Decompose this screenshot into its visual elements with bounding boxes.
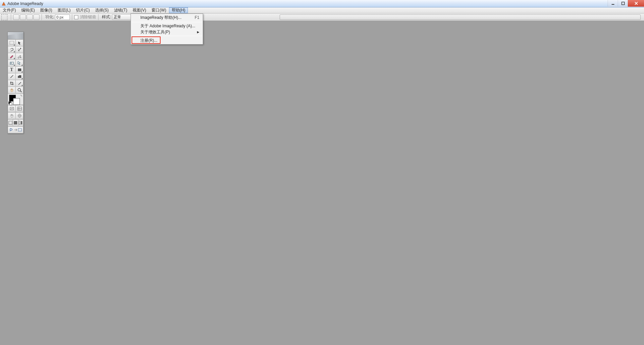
separator	[98, 14, 99, 20]
menu-image[interactable]: 图像(I)	[37, 7, 55, 13]
menu-item-register[interactable]: 注册(R)...	[131, 37, 203, 44]
window-title: Adobe ImageReady	[7, 1, 43, 6]
default-colors-icon[interactable]	[8, 102, 11, 104]
menu-slice[interactable]: 切片(C)	[73, 7, 92, 13]
move-tool[interactable]	[16, 39, 23, 46]
submenu-arrow-icon: ▶	[197, 30, 199, 34]
feather-label: 羽化:	[45, 14, 54, 20]
svg-rect-19	[21, 121, 22, 124]
toggle-image-map-icon[interactable]	[8, 105, 16, 112]
antialias-label: 消除锯齿	[80, 14, 96, 20]
view-2up-icon[interactable]	[18, 119, 23, 126]
menu-separator	[132, 36, 202, 36]
tab-rectangle-tool[interactable]	[16, 73, 23, 80]
menu-item-label: ImageReady 帮助(H)...	[140, 15, 181, 21]
selection-add-icon[interactable]	[20, 15, 26, 20]
separator	[72, 14, 72, 20]
svg-rect-20	[18, 128, 22, 131]
crop-tool[interactable]	[8, 80, 16, 87]
slice-tool[interactable]	[8, 53, 16, 60]
svg-rect-2	[10, 41, 14, 45]
svg-rect-5	[18, 68, 21, 71]
preview-rollover-icon[interactable]	[8, 112, 16, 119]
view-optimized-icon[interactable]	[13, 119, 18, 126]
menu-separator	[132, 22, 202, 22]
svg-rect-17	[14, 121, 17, 124]
toggle-slices-icon[interactable]	[16, 105, 23, 112]
workspace	[0, 21, 644, 345]
image-map-tool[interactable]	[8, 60, 16, 66]
image-map-select-tool[interactable]	[16, 60, 23, 66]
lasso-tool[interactable]	[8, 46, 16, 53]
menu-file[interactable]: 文件(F)	[0, 7, 19, 13]
svg-rect-1	[622, 2, 624, 5]
menu-select[interactable]: 选择(S)	[92, 7, 111, 13]
preview-browser-icon[interactable]	[16, 112, 23, 119]
menu-item-imageready-help[interactable]: ImageReady 帮助(H)... F1	[131, 14, 203, 21]
help-dropdown-menu: ImageReady 帮助(H)... F1 关于 Adobe ImageRea…	[131, 13, 203, 45]
options-well	[280, 15, 641, 20]
palette-header[interactable]	[8, 32, 23, 39]
svg-line-8	[20, 91, 22, 92]
menu-item-label: 关于增效工具(P)	[140, 29, 170, 35]
swap-colors-icon[interactable]: ⤡	[20, 94, 23, 97]
zoom-tool[interactable]	[16, 87, 23, 93]
selection-new-icon[interactable]	[13, 15, 19, 20]
menu-filter[interactable]: 滤镜(T)	[111, 7, 130, 13]
style-label: 样式:	[102, 14, 111, 20]
eyedropper-tool[interactable]	[16, 80, 23, 87]
antialias-checkbox[interactable]	[74, 15, 78, 19]
menu-item-label: 关于 Adobe ImageReady (A)...	[140, 23, 195, 29]
menu-item-about-imageready[interactable]: 关于 Adobe ImageReady (A)...	[131, 23, 203, 29]
svg-rect-16	[9, 121, 12, 124]
shape-tool[interactable]	[16, 66, 23, 73]
menu-window[interactable]: 窗口(W)	[149, 7, 169, 13]
menu-help[interactable]: 帮助(H)	[169, 7, 188, 13]
selection-intersect-icon[interactable]	[33, 15, 39, 20]
options-bar: 羽化: 0 px 消除锯齿 样式: 正常 ▼ 宽度: 1	[0, 13, 644, 21]
menu-item-about-plugins[interactable]: 关于增效工具(P) ▶	[131, 29, 203, 35]
svg-rect-0	[612, 4, 614, 5]
minimize-button[interactable]	[608, 0, 618, 7]
maximize-button[interactable]	[618, 0, 628, 7]
selection-subtract-icon[interactable]	[27, 15, 33, 20]
line-tool[interactable]	[8, 73, 16, 80]
type-tool[interactable]: T	[8, 66, 16, 73]
svg-point-7	[18, 88, 21, 91]
menu-item-shortcut: F1	[195, 15, 199, 20]
color-swatches[interactable]: ⤡	[8, 93, 23, 105]
svg-rect-18	[19, 121, 20, 124]
titlebar: Adobe ImageReady	[0, 0, 644, 7]
style-value: 正常	[114, 15, 121, 20]
slice-select-tool[interactable]	[16, 53, 23, 60]
menu-edit[interactable]: 编辑(E)	[19, 7, 37, 13]
close-button[interactable]	[628, 0, 644, 7]
menu-view[interactable]: 视图(V)	[130, 7, 149, 13]
magic-wand-tool[interactable]	[16, 46, 23, 53]
menu-layer[interactable]: 图层(L)	[55, 7, 74, 13]
app-icon	[1, 1, 6, 6]
window-controls	[608, 0, 644, 7]
menu-item-label: 注册(R)...	[140, 38, 158, 44]
hand-tool[interactable]	[8, 87, 16, 93]
separator	[11, 14, 11, 20]
separator	[41, 14, 42, 20]
svg-point-4	[10, 63, 11, 64]
view-original-icon[interactable]	[8, 119, 13, 126]
background-color[interactable]	[13, 98, 20, 105]
tool-palette[interactable]: T ⤡	[7, 32, 24, 134]
menubar: 文件(F) 编辑(E) 图像(I) 图层(L) 切片(C) 选择(S) 滤镜(T…	[0, 7, 644, 13]
feather-input[interactable]: 0 px	[55, 15, 70, 20]
marquee-tool[interactable]	[8, 39, 16, 46]
svg-rect-3	[10, 62, 13, 64]
current-tool-icon	[1, 14, 7, 20]
svg-line-6	[10, 75, 13, 78]
jump-to-photoshop-icon[interactable]	[8, 126, 23, 133]
